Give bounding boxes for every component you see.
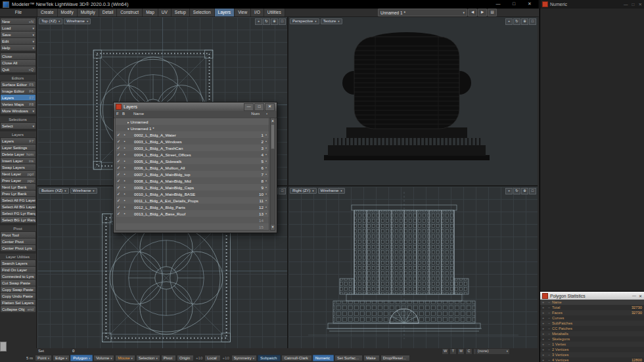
menu-tab[interactable]: View bbox=[235, 9, 251, 16]
numeric-window-titlebar[interactable]: Numeric — □ ✕ bbox=[540, 0, 644, 9]
toolbar-button[interactable]: Polygon ▾ bbox=[70, 355, 93, 361]
select-plus-icon[interactable]: + bbox=[540, 321, 546, 325]
view-type-dropdown[interactable]: Right (ZY)▾ bbox=[290, 188, 317, 194]
maximize-viewport-icon[interactable]: □ bbox=[529, 18, 536, 25]
visibility-dot-icon[interactable]: • bbox=[264, 152, 269, 156]
sidebar-item[interactable]: Close All bbox=[1, 60, 35, 66]
next-object-button[interactable]: ▶ bbox=[478, 9, 487, 16]
foreground-check-icon[interactable]: ✓ bbox=[116, 139, 122, 143]
expand-arrow-icon[interactable]: ▸ bbox=[127, 120, 129, 124]
maximize-button[interactable]: □ bbox=[632, 2, 635, 7]
foreground-check-icon[interactable]: ✓ bbox=[116, 159, 122, 163]
select-plus-icon[interactable]: + bbox=[540, 332, 546, 336]
statistics-row[interactable]: + − CC Patches bbox=[540, 326, 644, 331]
sidebar-item[interactable]: Delete Layer hom bbox=[1, 151, 35, 158]
eye-icon[interactable]: • bbox=[266, 112, 267, 116]
viewport-right[interactable]: Right (ZY)▾ Wireframe▾ + ↻ ⊕ □ bbox=[288, 187, 538, 348]
visibility-dot-icon[interactable]: • bbox=[264, 133, 269, 137]
sidebar-item[interactable]: Cut Swap Paste bbox=[1, 280, 35, 286]
layer-row[interactable]: 15 bbox=[116, 223, 269, 230]
layer-row[interactable]: ✓ • 0007_L_Bldg_A_MainBldg_top 7 • bbox=[116, 171, 269, 177]
background-dot-icon[interactable]: • bbox=[122, 198, 127, 202]
background-dot-icon[interactable]: • bbox=[122, 179, 127, 183]
menu-tab[interactable]: Modify bbox=[58, 9, 78, 16]
close-button[interactable]: ✕ bbox=[639, 2, 642, 7]
layer-row[interactable]: ✓ • 0005_L_Bldg_A_Sidewalk 5 • bbox=[116, 158, 269, 164]
menu-tab[interactable]: Utilities bbox=[264, 9, 285, 16]
sidebar-item[interactable]: Swap Layers bbox=[1, 164, 35, 171]
sidebar-item[interactable]: Layers bbox=[0, 131, 36, 137]
view-type-dropdown[interactable]: Top (XZ)▾ bbox=[39, 18, 62, 24]
sidebar-item[interactable]: Select All BG Layers bbox=[1, 204, 35, 210]
toolbar-button[interactable]: +10 bbox=[221, 356, 231, 360]
zoom-icon[interactable]: ⊕ bbox=[521, 18, 528, 25]
view-type-dropdown[interactable]: Perspective▾ bbox=[290, 18, 319, 24]
deselect-minus-icon[interactable]: − bbox=[546, 348, 552, 351]
sidebar-item[interactable]: Center Pivot bbox=[1, 238, 35, 245]
render-mode-dropdown[interactable]: Texture▾ bbox=[321, 18, 342, 24]
background-dot-icon[interactable]: • bbox=[122, 133, 127, 137]
sidebar-item[interactable]: Next Layer pgd bbox=[1, 171, 35, 177]
foreground-check-icon[interactable]: ✓ bbox=[116, 205, 122, 209]
toolbar-button[interactable]: Symmetry ▾ bbox=[231, 355, 257, 361]
sidebar-item[interactable]: Select ▾ bbox=[1, 123, 35, 129]
layer-row[interactable]: ✓ • 0006_L_Bldg_A_Mullion_All 6 • bbox=[116, 164, 269, 171]
deselect-minus-icon[interactable]: − bbox=[546, 327, 552, 330]
sidebar-item[interactable]: Select All FG Layers bbox=[1, 197, 35, 204]
sidebar-item[interactable]: Connected to Lyrs bbox=[1, 273, 35, 280]
sidebar-item[interactable]: Prev Layer pgu bbox=[1, 177, 35, 184]
deselect-minus-icon[interactable]: − bbox=[546, 305, 552, 309]
title-bar[interactable]: Modeler™ NewTek LightWave 3D® 2020.0.3 (… bbox=[0, 0, 539, 9]
foreground-check-icon[interactable]: ✓ bbox=[116, 198, 122, 202]
statistics-row[interactable]: + − Metaballs bbox=[540, 331, 644, 336]
sidebar-item[interactable]: Pivot bbox=[0, 225, 36, 231]
select-plus-icon[interactable]: + bbox=[540, 358, 546, 362]
deselect-minus-icon[interactable]: − bbox=[546, 332, 552, 336]
close-button[interactable]: ✕ bbox=[639, 294, 642, 298]
sidebar-item[interactable]: Quit +Q bbox=[1, 66, 35, 73]
layout-menu-button[interactable]: ▤ bbox=[488, 9, 497, 16]
minimize-button[interactable]: — bbox=[490, 0, 506, 8]
foreground-check-icon[interactable]: ✓ bbox=[116, 212, 122, 215]
toolbar-button[interactable]: Local bbox=[204, 355, 220, 361]
maximize-viewport-icon[interactable]: □ bbox=[529, 188, 536, 194]
statistics-row[interactable]: + − Faces 32730 bbox=[540, 310, 644, 315]
corner-grip[interactable] bbox=[0, 342, 7, 351]
sidebar-item[interactable]: New +N bbox=[1, 18, 35, 25]
layer-row[interactable]: ✓ • 0011_L_Bldg_A_Ext_Details_Props 11 • bbox=[116, 197, 269, 204]
visibility-dot-icon[interactable]: • bbox=[264, 146, 269, 150]
layer-row[interactable]: ✓ • 0013_L_Bldg_A_Base_Roof 13 • bbox=[116, 210, 269, 217]
minimize-button[interactable]: — bbox=[624, 2, 628, 7]
numeric-window[interactable]: Numeric — □ ✕ bbox=[540, 0, 644, 291]
deselect-minus-icon[interactable]: − bbox=[546, 353, 552, 357]
background-dot-icon[interactable]: • bbox=[122, 185, 127, 189]
sidebar-item[interactable]: Vertex Maps F8 bbox=[1, 101, 35, 108]
visibility-dot-icon[interactable]: • bbox=[264, 159, 269, 163]
pan-icon[interactable]: + bbox=[505, 18, 513, 25]
sidebar-item[interactable]: Pivot Tool bbox=[1, 232, 35, 238]
sidebar-item[interactable]: Layer Settings bbox=[1, 145, 35, 151]
statistics-row[interactable]: + − 4 Vertices 12800 bbox=[540, 357, 644, 362]
polygon-statistics-window[interactable]: Polygon Statistics — ✕ + − Name + − Tota… bbox=[540, 291, 644, 362]
sidebar-item[interactable]: Editors bbox=[0, 75, 36, 81]
toolbar-button[interactable]: Edge ▾ bbox=[53, 355, 70, 361]
sidebar-item[interactable]: Center Pivot Lyrs bbox=[1, 245, 35, 252]
sidebar-item[interactable]: Prev Lyr Bank bbox=[1, 191, 35, 197]
pan-icon[interactable]: + bbox=[505, 188, 513, 194]
layer-row[interactable]: ▸Unnamed bbox=[116, 118, 269, 125]
background-dot-icon[interactable]: • bbox=[122, 139, 127, 143]
visibility-dot-icon[interactable]: • bbox=[264, 205, 269, 209]
foreground-check-icon[interactable]: ✓ bbox=[116, 133, 122, 137]
col-foreground[interactable]: F bbox=[116, 112, 119, 116]
sidebar-item[interactable]: Find On Layer bbox=[1, 267, 35, 273]
toolbar-button[interactable]: Subpatch bbox=[258, 355, 281, 361]
layer-row[interactable]: ▾Unnamed 1 * bbox=[116, 125, 269, 131]
layer-row[interactable]: ✓ • 0012_L_Bldg_A_Bldg_Parts 12 • bbox=[116, 204, 269, 210]
expand-arrow-icon[interactable]: ▾ bbox=[127, 127, 129, 131]
menu-tab[interactable]: I/O bbox=[251, 9, 264, 16]
background-dot-icon[interactable]: • bbox=[122, 192, 127, 196]
scroll-up-icon[interactable]: ▲ bbox=[271, 118, 275, 124]
foreground-check-icon[interactable]: ✓ bbox=[116, 179, 122, 183]
toolbar-button[interactable]: Set Surfac... bbox=[334, 355, 363, 361]
sidebar-item[interactable]: Load ▾ bbox=[1, 25, 35, 32]
